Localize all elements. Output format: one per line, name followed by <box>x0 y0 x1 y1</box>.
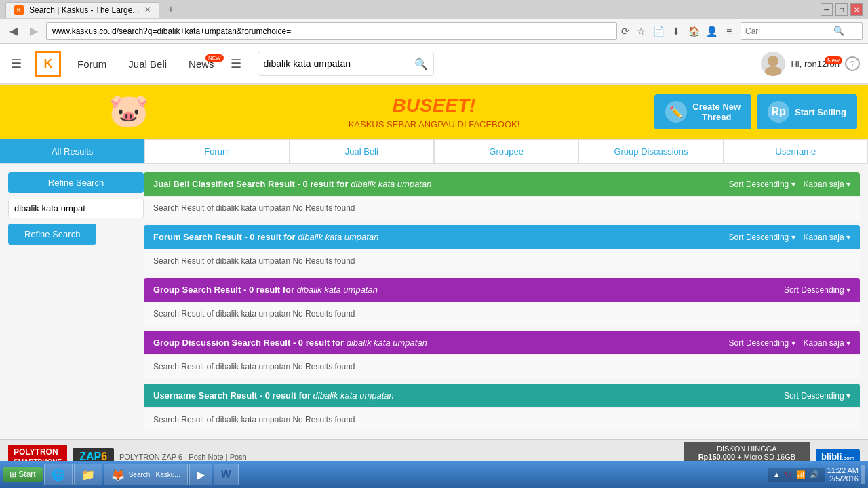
explorer-icon: 📁 <box>81 468 95 474</box>
news-new-badge: NEW <box>205 54 224 62</box>
sort-btn-jual-beli[interactable]: Sort Descending ▾ <box>729 180 795 189</box>
sort-btn-username[interactable]: Sort Descending ▾ <box>784 391 850 401</box>
result-controls-username: Sort Descending ▾ <box>784 391 850 401</box>
browser-search-bar[interactable]: 🔍 <box>741 22 863 40</box>
refresh-button[interactable]: ⟳ <box>621 26 629 37</box>
result-title-group: Group Search Result - 0 result for dibal… <box>153 285 378 295</box>
search-tabs: All Results Forum Jual Beli Groupee Grou… <box>0 139 868 163</box>
banner: 🐷 🐷 BUSEET! KASKUS SEBAR ANGPAU DI FACEB… <box>0 85 868 139</box>
taskbar-right: ▲ 🛡 📶 🔊 11:22 AM 2/5/2016 <box>768 465 865 473</box>
browser-search-input[interactable] <box>745 26 833 36</box>
reader-icon[interactable]: 📄 <box>651 24 666 39</box>
refine-search-button[interactable]: Refine Search <box>8 224 96 245</box>
tab-group-discussions[interactable]: Group Discussions <box>578 139 723 163</box>
tab-favicon: K <box>14 5 24 15</box>
minimize-button[interactable]: ─ <box>821 3 833 16</box>
sort-btn-group[interactable]: Sort Descending ▾ <box>784 285 850 295</box>
close-button[interactable]: ✕ <box>850 3 863 16</box>
taskbar-explorer[interactable]: 📁 <box>74 464 102 473</box>
nav-menu-icon[interactable]: ☰ <box>231 56 241 71</box>
result-count-jual-beli: - 0 result for <box>297 179 351 189</box>
taskbar-firefox[interactable]: 🦊 Search | Kasku... <box>104 464 188 473</box>
help-button[interactable]: ? <box>845 56 860 71</box>
taskbar-media[interactable]: ▶ <box>189 464 212 473</box>
profile-icon[interactable]: 👤 <box>704 24 719 39</box>
nav-search-bar[interactable]: 🔍 <box>258 52 434 76</box>
url-input[interactable] <box>46 22 617 40</box>
tab-username[interactable]: Username <box>724 139 868 163</box>
result-controls-group-discussion: Sort Descending ▾ Kapan saja ▾ <box>729 338 850 348</box>
start-button[interactable]: ⊞ Start <box>3 467 43 473</box>
tab-close-btn[interactable]: ✕ <box>144 5 151 14</box>
nav-search-input[interactable] <box>264 58 414 69</box>
tab-jual-beli[interactable]: Jual Beli <box>290 139 434 163</box>
kapan-btn-group-discussion[interactable]: Kapan saja ▾ <box>804 338 850 348</box>
tab-groupee[interactable]: Groupee <box>434 139 578 163</box>
result-title-group-discussion: Group Discussion Search Result - 0 resul… <box>153 338 427 348</box>
window-controls: ─ □ ✕ <box>821 3 863 16</box>
result-title-username: Username Search Result - 0 result for di… <box>153 390 394 401</box>
sell-label: Start Selling <box>795 107 846 117</box>
clock: 11:22 AM 2/5/2016 <box>827 466 859 473</box>
result-query-group: dibalik kata umpatan <box>297 285 378 295</box>
download-icon[interactable]: ⬇ <box>669 24 684 39</box>
site-logo[interactable]: K <box>35 51 61 77</box>
result-header-username: Username Search Result - 0 result for di… <box>144 384 860 407</box>
menu-dots-icon[interactable]: ≡ <box>722 24 736 39</box>
firefox-icon: 🦊 <box>111 468 125 474</box>
sell-icon: Rp <box>768 101 789 123</box>
result-body-group: Search Result of dibalik kata umpatan No… <box>144 302 860 325</box>
create-icon: ✏️ <box>665 101 687 123</box>
sort-btn-group-discussion[interactable]: Sort Descending ▾ <box>729 338 795 348</box>
kapan-btn-jual-beli[interactable]: Kapan saja ▾ <box>804 180 850 189</box>
result-count-forum: - 0 result for <box>244 232 298 242</box>
result-body-username: Search Result of dibalik kata umpatan No… <box>144 407 860 431</box>
nav-news-badge[interactable]: News NEW <box>183 58 220 70</box>
result-query-group-discussion: dibalik kata umpatan <box>347 338 427 348</box>
svg-point-1 <box>765 66 781 76</box>
tab-all-results[interactable]: All Results <box>0 139 144 163</box>
forward-button[interactable]: ▶ <box>26 23 42 39</box>
tray-arrow[interactable]: ▲ <box>773 470 781 473</box>
result-group: Group Search Result - 0 result for dibal… <box>144 278 860 325</box>
main-content: Refine Search Refine Search Jual Beli Cl… <box>0 164 868 439</box>
result-controls-forum: Sort Descending ▾ Kapan saja ▾ <box>729 232 850 242</box>
sidebar-search-input[interactable] <box>8 199 144 218</box>
nav-search-button[interactable]: 🔍 <box>414 58 428 70</box>
sort-btn-forum[interactable]: Sort Descending ▾ <box>729 232 795 242</box>
kapan-btn-forum[interactable]: Kapan saja ▾ <box>804 232 850 242</box>
refine-search-header-button[interactable]: Refine Search <box>8 172 144 193</box>
result-query-forum: dibalik kata umpatan <box>298 232 378 242</box>
ad-text: POLYTRON ZAP 6 Posh Note | Posh <box>119 453 247 461</box>
result-count-group-discussion: - 0 result for <box>293 338 347 348</box>
result-header-group-discussion: Group Discussion Search Result - 0 resul… <box>144 331 860 354</box>
site-wrapper: ☰ K Forum Jual Beli News NEW ☰ 🔍 Hi, ron… <box>0 44 868 473</box>
browser-tab[interactable]: K Search | Kaskus - The Large... ✕ <box>5 2 159 18</box>
nav-jualbeli[interactable]: Jual Beli <box>123 56 172 73</box>
start-selling-button[interactable]: Rp Start Selling <box>757 94 857 129</box>
user-greeting-wrap: Hi, ron12ron New <box>791 59 840 69</box>
word-icon: W <box>221 468 231 473</box>
tab-forum[interactable]: Forum <box>144 139 289 163</box>
avatar[interactable] <box>761 52 785 76</box>
result-count-group: - 0 result for <box>243 285 297 295</box>
new-tab-button[interactable]: + <box>162 1 179 18</box>
star-icon[interactable]: ☆ <box>633 24 648 39</box>
title-bar: K Search | Kaskus - The Large... ✕ + ─ □… <box>0 0 868 19</box>
create-new-thread-button[interactable]: ✏️ Create NewThread <box>654 94 751 129</box>
hamburger-menu[interactable]: ☰ <box>8 54 24 74</box>
result-header-group: Group Search Result - 0 result for dibal… <box>144 278 860 302</box>
nav-forum[interactable]: Forum <box>72 56 112 73</box>
result-header-jual-beli: Jual Beli Classified Search Result - 0 r… <box>144 172 860 196</box>
taskbar-word[interactable]: W <box>214 464 239 473</box>
media-icon: ▶ <box>197 468 205 474</box>
home-icon[interactable]: 🏠 <box>686 24 701 39</box>
maximize-button[interactable]: □ <box>835 3 848 16</box>
banner-content: 🐷 🐷 BUSEET! KASKUS SEBAR ANGPAU DI FACEB… <box>349 95 520 129</box>
result-body-group-discussion: Search Result of dibalik kata umpatan No… <box>144 354 860 378</box>
taskbar-ie[interactable]: 🌐 <box>44 464 73 473</box>
show-desktop-button[interactable] <box>861 465 865 473</box>
tray-antivirus: 🛡 <box>785 470 792 473</box>
back-button[interactable]: ◀ <box>5 23 22 39</box>
browser-icons: ☆ 📄 ⬇ 🏠 👤 ≡ <box>633 24 736 39</box>
